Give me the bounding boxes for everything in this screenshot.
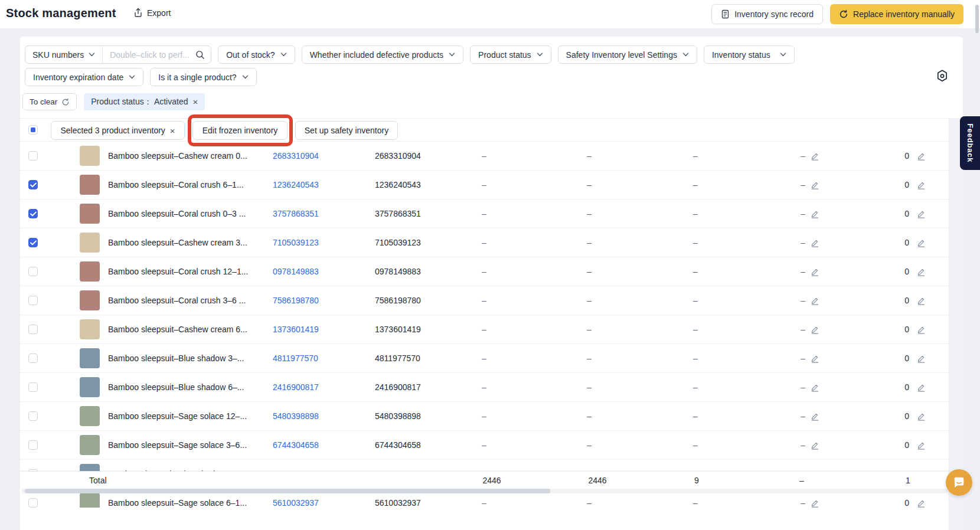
row-checkbox[interactable] xyxy=(28,411,38,421)
sku-link[interactable]: 4811977570 xyxy=(273,344,318,373)
product-image[interactable] xyxy=(80,406,100,426)
col-value: – xyxy=(782,142,805,171)
pencil-edit-icon[interactable] xyxy=(810,498,820,508)
feedback-tab[interactable]: Feedback xyxy=(960,116,980,170)
filter-inventory-status[interactable]: Inventory status xyxy=(704,45,795,64)
col-value: – xyxy=(672,344,719,373)
setup-safety-inventory-button[interactable]: Set up safety inventory xyxy=(295,121,398,140)
pencil-edit-icon[interactable] xyxy=(916,411,926,421)
row-checkbox[interactable] xyxy=(28,498,38,508)
pencil-edit-icon[interactable] xyxy=(916,180,926,190)
product-image[interactable] xyxy=(80,377,100,397)
gear-icon[interactable] xyxy=(935,69,949,83)
filter-out-of-stock[interactable]: Out of stock? xyxy=(218,45,295,64)
search-input[interactable] xyxy=(110,50,192,60)
pencil-edit-icon[interactable] xyxy=(916,498,926,508)
sku-link[interactable]: 7105039123 xyxy=(273,228,319,257)
inventory-sync-record-button[interactable]: Inventory sync record xyxy=(711,4,823,24)
product-image[interactable] xyxy=(80,175,100,195)
selected-count-button[interactable]: Selected 3 product inventory × xyxy=(51,121,185,140)
row-checkbox[interactable] xyxy=(28,354,38,363)
col-value: – xyxy=(566,344,613,373)
pencil-edit-icon[interactable] xyxy=(916,440,926,450)
row-checkbox[interactable] xyxy=(28,325,38,334)
pencil-edit-icon[interactable] xyxy=(916,267,926,277)
pencil-edit-icon[interactable] xyxy=(810,354,820,364)
row-checkbox[interactable] xyxy=(28,151,38,161)
filter-row-2: Inventory expiration date Is it a single… xyxy=(25,68,257,86)
sku-numbers-dropdown[interactable]: SKU numbers xyxy=(25,46,103,63)
chat-launcher-button[interactable] xyxy=(946,469,972,496)
sku-link[interactable]: 3757868351 xyxy=(273,199,319,228)
filter-defective-products[interactable]: Whether included defective products xyxy=(302,45,463,64)
row-checkbox[interactable] xyxy=(28,296,38,305)
product-image[interactable] xyxy=(80,493,100,508)
horizontal-scrollbar-thumb[interactable] xyxy=(25,489,550,493)
pencil-edit-icon[interactable] xyxy=(916,382,926,392)
sku-link[interactable]: 2683310904 xyxy=(273,142,319,171)
filter-single-product[interactable]: Is it a single product? xyxy=(150,68,256,86)
product-image[interactable] xyxy=(80,261,100,282)
sku-number: 5480398898 xyxy=(375,402,421,431)
close-icon[interactable]: × xyxy=(192,97,198,106)
product-name: Bamboo sleepsuit–Blue shadow 6–... xyxy=(108,373,244,402)
pencil-edit-icon[interactable] xyxy=(810,296,820,306)
product-image[interactable] xyxy=(80,146,100,166)
pencil-edit-icon[interactable] xyxy=(916,354,926,364)
col-value: – xyxy=(566,286,613,315)
sku-link[interactable]: 0978149883 xyxy=(273,257,319,286)
pencil-edit-icon[interactable] xyxy=(810,238,820,248)
search-icon[interactable] xyxy=(195,50,205,60)
row-checkbox[interactable] xyxy=(28,238,38,247)
product-image[interactable] xyxy=(80,319,100,339)
row-checkbox[interactable] xyxy=(28,209,38,218)
sku-number: 1373601419 xyxy=(375,315,421,344)
sku-link[interactable]: 1236240543 xyxy=(273,171,319,199)
pencil-edit-icon[interactable] xyxy=(810,209,820,219)
pencil-edit-icon[interactable] xyxy=(810,151,820,161)
close-icon[interactable]: × xyxy=(170,126,175,136)
top-bar: Stock management Export Inventory sync r… xyxy=(0,0,980,29)
pencil-edit-icon[interactable] xyxy=(916,238,926,248)
row-checkbox[interactable] xyxy=(28,382,38,392)
replace-inventory-button[interactable]: Replace inventory manually xyxy=(830,4,963,24)
to-clear-button[interactable]: To clear xyxy=(22,93,77,110)
pencil-edit-icon[interactable] xyxy=(810,440,820,450)
product-image[interactable] xyxy=(80,233,100,253)
total-sellable: 2446 xyxy=(574,472,621,489)
row-checkbox[interactable] xyxy=(28,267,38,276)
product-name: Bamboo sleepsuit–Cashew cream 6... xyxy=(108,315,247,344)
product-image[interactable] xyxy=(80,290,100,310)
sku-link[interactable]: 7586198780 xyxy=(273,286,319,315)
row-checkbox[interactable] xyxy=(28,440,38,450)
pencil-edit-icon[interactable] xyxy=(916,151,926,161)
product-image[interactable] xyxy=(80,435,100,455)
pencil-edit-icon[interactable] xyxy=(810,180,820,190)
product-name: Bamboo sleepsuit–Coral crush 6–1... xyxy=(108,171,244,199)
pencil-edit-icon[interactable] xyxy=(810,411,820,421)
sku-link[interactable]: 6744304658 xyxy=(273,431,319,460)
total-col5: 1 xyxy=(884,472,932,489)
pencil-edit-icon[interactable] xyxy=(916,325,926,335)
export-button[interactable]: Export xyxy=(133,8,171,18)
filter-product-status[interactable]: Product status xyxy=(470,45,551,64)
pencil-edit-icon[interactable] xyxy=(810,267,820,277)
row-checkbox[interactable] xyxy=(28,180,38,189)
pencil-edit-icon[interactable] xyxy=(916,209,926,219)
filter-safety-inventory[interactable]: Safety Inventory level Settings xyxy=(558,45,697,64)
product-image[interactable] xyxy=(80,348,100,368)
document-icon xyxy=(721,9,730,19)
edit-frozen-inventory-button[interactable]: Edit frozen inventory xyxy=(192,121,288,140)
col-value: – xyxy=(782,344,805,373)
product-image[interactable] xyxy=(80,204,100,224)
pencil-edit-icon[interactable] xyxy=(810,382,820,392)
filter-expiration-date[interactable]: Inventory expiration date xyxy=(25,68,143,86)
pencil-edit-icon[interactable] xyxy=(916,296,926,306)
export-label: Export xyxy=(147,8,171,18)
sku-link[interactable]: 2416900817 xyxy=(273,373,319,402)
sku-link[interactable]: 5480398898 xyxy=(273,402,319,431)
pencil-edit-icon[interactable] xyxy=(810,325,820,335)
sku-link[interactable]: 1373601419 xyxy=(273,315,319,344)
select-all-checkbox[interactable] xyxy=(28,125,38,135)
vertical-scrollbar[interactable] xyxy=(975,5,979,33)
